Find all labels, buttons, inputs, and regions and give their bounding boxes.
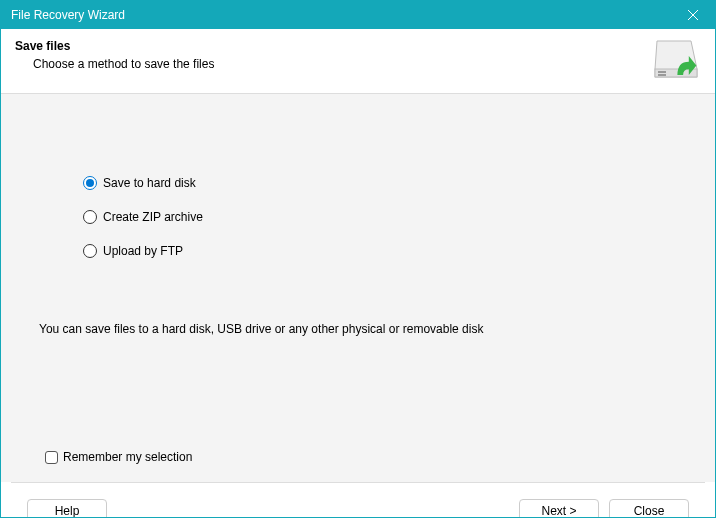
radio-icon (83, 210, 97, 224)
page-title: Save files (15, 39, 214, 53)
titlebar: File Recovery Wizard (1, 1, 715, 29)
next-button[interactable]: Next > (519, 499, 599, 519)
svg-rect-3 (658, 71, 666, 73)
description-text: You can save files to a hard disk, USB d… (39, 322, 483, 336)
page-subtitle: Choose a method to save the files (33, 57, 214, 71)
radio-save-hard-disk[interactable]: Save to hard disk (83, 176, 685, 190)
content-area: Save to hard disk Create ZIP archive Upl… (1, 94, 715, 482)
close-icon[interactable] (670, 1, 715, 29)
save-method-radio-group: Save to hard disk Create ZIP archive Upl… (31, 94, 685, 258)
footer: Help Next > Close (11, 482, 705, 518)
window-title: File Recovery Wizard (11, 8, 125, 22)
checkbox-label: Remember my selection (63, 450, 192, 464)
radio-label: Upload by FTP (103, 244, 183, 258)
remember-selection-checkbox[interactable]: Remember my selection (45, 450, 192, 464)
radio-icon (83, 176, 97, 190)
radio-label: Create ZIP archive (103, 210, 203, 224)
header: Save files Choose a method to save the f… (1, 29, 715, 94)
help-button[interactable]: Help (27, 499, 107, 519)
radio-icon (83, 244, 97, 258)
close-button[interactable]: Close (609, 499, 689, 519)
radio-upload-ftp[interactable]: Upload by FTP (83, 244, 685, 258)
svg-rect-4 (658, 74, 666, 76)
disk-recovery-icon (651, 39, 701, 81)
radio-label: Save to hard disk (103, 176, 196, 190)
radio-create-zip[interactable]: Create ZIP archive (83, 210, 685, 224)
checkbox-icon (45, 451, 58, 464)
